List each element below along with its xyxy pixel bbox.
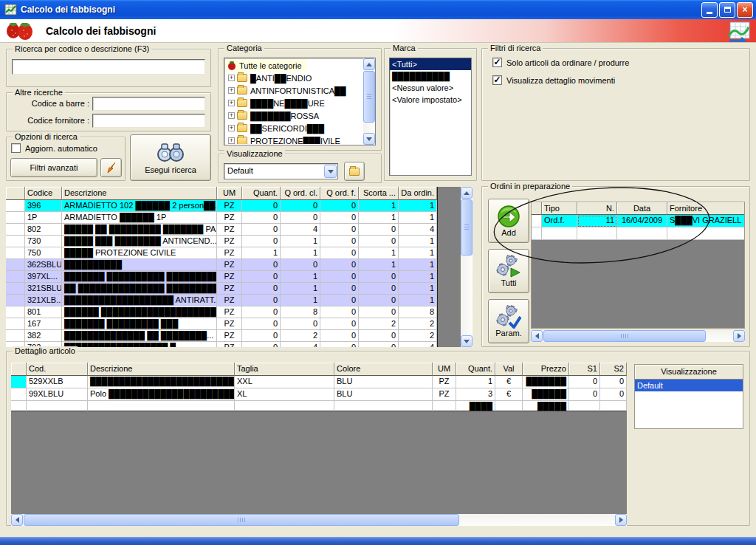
- column-header[interactable]: Descrizione: [62, 187, 217, 200]
- barcode-input[interactable]: [92, 97, 205, 111]
- table-row[interactable]: 802█████ ██ █████████ ███████ PA...PZ040…: [6, 224, 437, 236]
- table-cell[interactable]: [6, 318, 25, 330]
- table-cell[interactable]: 1: [281, 283, 320, 295]
- table-cell[interactable]: PZ: [217, 236, 242, 247]
- table-cell[interactable]: [542, 227, 577, 240]
- table-cell[interactable]: █████ PROTEZIONE CIVILE: [62, 247, 217, 259]
- scroll-up-button[interactable]: [461, 187, 472, 199]
- table-cell[interactable]: 1P: [25, 212, 62, 224]
- table-cell[interactable]: PZ: [217, 259, 242, 271]
- dropdown-arrow-icon[interactable]: [324, 165, 337, 178]
- table-cell[interactable]: 0: [359, 330, 399, 342]
- table-cell[interactable]: [600, 401, 627, 411]
- auto-update-checkbox[interactable]: [11, 143, 21, 153]
- table-cell[interactable]: 0: [242, 224, 281, 236]
- articles-table-scrollbar[interactable]: [461, 187, 472, 347]
- table-cell[interactable]: PZ: [433, 376, 456, 388]
- minimize-button[interactable]: [701, 2, 718, 18]
- orders-table-scrollbar[interactable]: [531, 330, 745, 342]
- table-cell[interactable]: 0: [320, 236, 359, 247]
- table-cell[interactable]: [577, 227, 617, 240]
- table-row[interactable]: 167███████ █████████ ███PZ00022: [6, 318, 437, 330]
- table-cell[interactable]: [334, 401, 433, 411]
- column-header[interactable]: Data: [617, 202, 667, 215]
- table-cell[interactable]: [433, 401, 456, 411]
- table-row[interactable]: 529XXLB█████████████████████████████XXLB…: [11, 376, 627, 388]
- table-cell[interactable]: 0: [569, 388, 600, 401]
- scroll-up-button[interactable]: [363, 58, 375, 70]
- table-row[interactable]: 801██████ █████████████████████...PZ0800…: [6, 306, 437, 318]
- detail-table-scrollbar[interactable]: [11, 514, 627, 526]
- view-list[interactable]: Default: [635, 380, 743, 391]
- order-params-button[interactable]: Param.: [488, 299, 529, 343]
- table-cell[interactable]: 0: [242, 212, 281, 224]
- column-header[interactable]: Prezzo: [523, 363, 569, 376]
- table-cell[interactable]: ████: [456, 401, 495, 411]
- column-header[interactable]: [532, 202, 542, 215]
- table-cell[interactable]: ██████████████████ █...: [62, 342, 217, 347]
- table-header-row[interactable]: CodiceDescrizioneUMQuant.Q ord. cl.Q ord…: [6, 187, 437, 200]
- table-cell[interactable]: [27, 401, 88, 411]
- table-cell[interactable]: [11, 376, 27, 388]
- table-cell[interactable]: 8: [281, 306, 320, 318]
- table-cell[interactable]: 801: [25, 306, 62, 318]
- column-header[interactable]: Fornitore: [667, 202, 744, 215]
- table-cell[interactable]: ███████ █████████ ███: [62, 318, 217, 330]
- table-row[interactable]: 321XLB...███████████████████ ANTIRATT...…: [6, 295, 437, 306]
- table-cell[interactable]: PZ: [217, 318, 242, 330]
- view-folder-button[interactable]: [344, 162, 365, 181]
- table-cell[interactable]: [532, 227, 542, 240]
- table-cell[interactable]: [617, 227, 667, 240]
- brand-list[interactable]: <Tutti>██████████<Nessun valore><Valore …: [389, 58, 472, 176]
- table-cell[interactable]: ██████ █████████████████████...: [62, 306, 217, 318]
- table-cell[interactable]: 0: [242, 342, 281, 347]
- table-row[interactable]: 1PARMADIETTO ██████ 1PPZ00011: [6, 212, 437, 224]
- table-cell[interactable]: 0: [569, 376, 600, 388]
- category-tree-scrollbar[interactable]: [363, 58, 375, 145]
- table-cell[interactable]: 1: [399, 259, 437, 271]
- table-cell[interactable]: PZ: [217, 295, 242, 306]
- table-cell[interactable]: PZ: [217, 283, 242, 295]
- table-cell[interactable]: 1: [281, 236, 320, 247]
- table-cell[interactable]: [235, 401, 334, 411]
- column-header[interactable]: N.: [577, 202, 617, 215]
- table-cell[interactable]: 4: [281, 342, 320, 347]
- table-cell[interactable]: 0: [359, 271, 399, 283]
- table-cell[interactable]: ██████: [523, 388, 569, 401]
- column-header[interactable]: UM: [433, 363, 456, 376]
- table-cell[interactable]: 0: [242, 271, 281, 283]
- table-cell[interactable]: 0: [320, 224, 359, 236]
- table-cell[interactable]: 0: [320, 247, 359, 259]
- table-cell[interactable]: PZ: [433, 388, 456, 401]
- table-cell[interactable]: 0: [359, 224, 399, 236]
- table-cell[interactable]: 0: [600, 388, 627, 401]
- table-row[interactable]: 362SBLU██████████PZ00011: [6, 259, 437, 271]
- tree-expand-icon[interactable]: +: [228, 125, 235, 131]
- only-to-order-checkbox[interactable]: ✓: [492, 58, 502, 67]
- column-header[interactable]: [11, 363, 27, 376]
- column-header[interactable]: Taglia: [235, 363, 334, 376]
- articles-table[interactable]: CodiceDescrizioneUMQuant.Q ord. cl.Q ord…: [6, 187, 438, 347]
- table-cell[interactable]: PZ: [217, 342, 242, 347]
- table-row[interactable]: 397XL...███████ ██████████ ██████████ ..…: [6, 271, 437, 283]
- tree-expand-icon[interactable]: +: [228, 112, 235, 119]
- table-cell[interactable]: ██████████: [62, 259, 217, 271]
- table-cell[interactable]: 0: [359, 283, 399, 295]
- scroll-right-button[interactable]: [615, 514, 627, 526]
- table-cell[interactable]: 0: [281, 200, 320, 212]
- show-movements-checkbox[interactable]: ✓: [492, 75, 502, 85]
- detail-table[interactable]: Cod.DescrizioneTagliaColoreUMQuant.ValPr…: [11, 363, 627, 514]
- table-cell[interactable]: █████: [523, 401, 569, 411]
- table-cell[interactable]: 529XXLB: [27, 376, 88, 388]
- table-cell[interactable]: [6, 200, 25, 212]
- table-cell[interactable]: [532, 215, 542, 227]
- column-header[interactable]: Colore: [334, 363, 433, 376]
- table-cell[interactable]: 0: [359, 236, 399, 247]
- table-cell[interactable]: 11: [577, 215, 617, 227]
- table-cell[interactable]: 0: [320, 295, 359, 306]
- table-cell[interactable]: [667, 227, 744, 240]
- table-row[interactable]: 750█████ PROTEZIONE CIVILEPZ11011: [6, 247, 437, 259]
- table-cell[interactable]: XL: [235, 388, 334, 401]
- table-cell[interactable]: [6, 306, 25, 318]
- table-row[interactable]: 730█████ ███ ████████ ANTINCEND...PZ0100…: [6, 236, 437, 247]
